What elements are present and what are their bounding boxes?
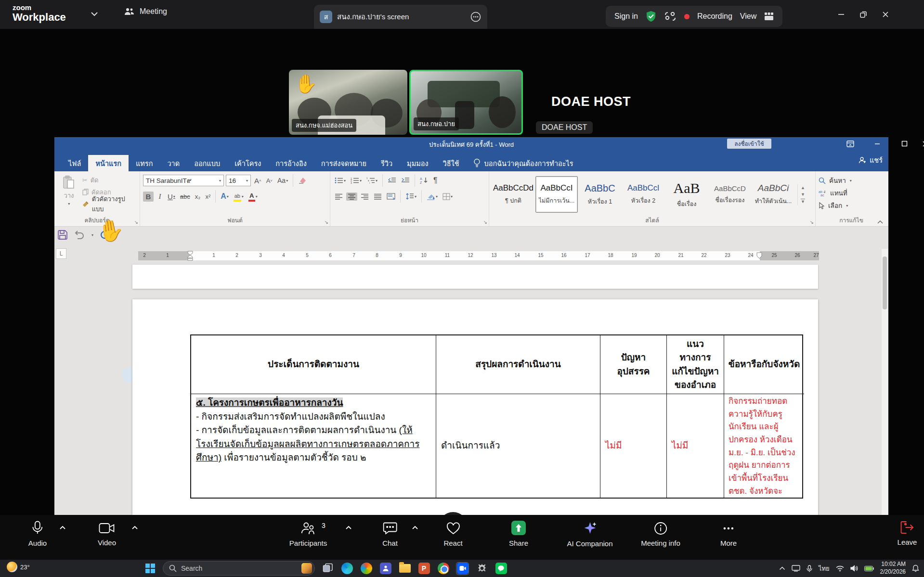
- sign-in-link[interactable]: Sign in: [614, 12, 638, 21]
- word-sign-in-button[interactable]: ลงชื่อเข้าใช้: [727, 139, 771, 149]
- leave-button[interactable]: Leave: [898, 521, 917, 546]
- ai-companion-status-icon[interactable]: [664, 11, 677, 22]
- style-subtle-emphasis[interactable]: AaBbCi ทำให้ตัวเน้น...: [752, 176, 794, 213]
- tell-me-box[interactable]: บอกฉันว่าคุณต้องการทำอะไร: [473, 155, 573, 171]
- align-right-button[interactable]: [359, 192, 370, 201]
- window-minimize-button[interactable]: [830, 3, 852, 26]
- document-page[interactable]: ประเด็นการติดตามงาน สรุปผลการดำเนินงาน ป…: [132, 299, 818, 515]
- sort-button[interactable]: AZ: [418, 176, 430, 185]
- powerpoint-icon[interactable]: P: [417, 562, 430, 575]
- undo-chevron-icon[interactable]: ▾: [91, 233, 93, 237]
- justify-button[interactable]: [372, 192, 383, 201]
- line-spacing-button[interactable]: ▾: [404, 192, 418, 201]
- italic-button[interactable]: I: [156, 192, 164, 202]
- grow-font-button[interactable]: A˄: [253, 176, 263, 186]
- tab-layout[interactable]: เค้าโครง: [227, 155, 268, 171]
- word-titlebar[interactable]: ประเด็นนิเทศ 69 ครั้งที่1 - Word ลงชื่อเ…: [54, 137, 888, 150]
- horizontal-ruler[interactable]: 2112345678910111213141516171819202122232…: [138, 251, 819, 260]
- clipboard-dialog-launcher-icon[interactable]: ↘: [134, 219, 138, 225]
- line-app-icon[interactable]: [495, 562, 508, 575]
- notification-bell-icon[interactable]: [912, 564, 919, 572]
- ai-companion-button[interactable]: AI Companion: [567, 521, 612, 548]
- format-painter-button[interactable]: ตัวคัดวางรูปแบบ: [82, 198, 137, 210]
- view-grid-icon[interactable]: [764, 12, 774, 21]
- save-icon[interactable]: [57, 230, 68, 240]
- search-highlight-thumbnail[interactable]: [301, 563, 312, 574]
- bold-button[interactable]: B: [143, 192, 154, 202]
- styles-scroll-down-icon[interactable]: ▼: [801, 192, 805, 197]
- cut-button[interactable]: ✂ ตัด: [82, 174, 137, 186]
- language-indicator[interactable]: ไทย: [819, 564, 830, 574]
- tab-file[interactable]: ไฟล์: [61, 155, 88, 171]
- audio-button[interactable]: Audio: [28, 521, 47, 547]
- bullets-button[interactable]: ▾: [333, 176, 347, 185]
- tab-home[interactable]: หน้าแรก: [88, 155, 129, 171]
- replace-button[interactable]: abac แทนที่: [819, 187, 884, 199]
- select-button[interactable]: เลือก▾: [819, 199, 884, 212]
- style-no-spacing[interactable]: AaBbCcI ไม่มีการเว้น...: [535, 176, 578, 213]
- superscript-button[interactable]: x²: [204, 192, 212, 201]
- font-dialog-launcher-icon[interactable]: ↘: [325, 219, 328, 225]
- tab-references[interactable]: การอ้างอิง: [268, 155, 313, 171]
- underline-button[interactable]: U▾: [166, 192, 177, 202]
- chat-button[interactable]: Chat: [382, 521, 398, 547]
- highlight-color-button[interactable]: ab ▾: [232, 190, 245, 203]
- style-title[interactable]: AaB ชื่อเรื่อง: [665, 176, 708, 213]
- numbering-button[interactable]: 123▾: [349, 176, 363, 185]
- cast-display-icon[interactable]: [792, 565, 800, 572]
- tab-mailings[interactable]: การส่งจดหมาย: [314, 155, 374, 171]
- style-heading2[interactable]: AaBbCcl หัวเรื่อง 2: [622, 176, 664, 213]
- paragraph-dialog-launcher-icon[interactable]: ↘: [483, 219, 487, 225]
- tab-help[interactable]: วิธีใช้: [436, 155, 467, 171]
- task-view-icon[interactable]: [321, 562, 334, 575]
- vertical-scrollbar[interactable]: [882, 249, 888, 515]
- shading-button[interactable]: ▾: [425, 192, 439, 201]
- participants-options-chevron-icon[interactable]: [345, 526, 352, 530]
- show-marks-button[interactable]: ¶: [432, 175, 439, 186]
- font-name-combobox[interactable]: TH SarabunIT๙▾: [143, 175, 224, 186]
- style-subtitle[interactable]: AaBbCcD ชื่อเรื่องรอง: [709, 176, 751, 213]
- zoom-app-icon[interactable]: [456, 562, 469, 575]
- video-button[interactable]: Video: [98, 521, 116, 547]
- tab-more-options-icon[interactable]: [470, 11, 482, 23]
- word-minimize-button[interactable]: [866, 137, 888, 150]
- meeting-info-button[interactable]: Meeting info: [641, 521, 680, 547]
- text-effects-button[interactable]: A▾: [219, 191, 230, 202]
- find-button[interactable]: ค้นหา▾: [819, 174, 884, 187]
- distribute-button[interactable]: [385, 192, 397, 201]
- weather-widget[interactable]: 23°: [7, 562, 30, 572]
- tab-meeting[interactable]: Meeting: [124, 7, 167, 16]
- security-shield-icon[interactable]: [646, 11, 656, 22]
- increase-indent-button[interactable]: [400, 176, 411, 185]
- decrease-indent-button[interactable]: [386, 176, 398, 185]
- tab-design[interactable]: ออกแบบ: [187, 155, 227, 171]
- word-share-button[interactable]: แชร์: [858, 154, 883, 166]
- styles-scroll-up-icon[interactable]: ▲: [801, 185, 805, 190]
- window-restore-button[interactable]: [852, 3, 874, 26]
- indent-markers-icon[interactable]: [187, 251, 194, 261]
- more-button[interactable]: More: [720, 521, 737, 547]
- styles-more-icon[interactable]: ▼: [801, 199, 805, 204]
- style-normal[interactable]: AaBbCcDd ¶ ปกติ: [492, 176, 534, 213]
- tray-chevron-up-icon[interactable]: [779, 566, 785, 570]
- audio-options-chevron-icon[interactable]: [59, 526, 66, 530]
- align-center-button[interactable]: [346, 192, 357, 201]
- volume-icon[interactable]: [850, 565, 858, 572]
- start-button[interactable]: [143, 562, 156, 575]
- align-left-button[interactable]: [333, 192, 344, 201]
- scrollbar-thumb[interactable]: [883, 256, 887, 309]
- font-color-button[interactable]: A ▾: [247, 190, 259, 203]
- multilevel-list-button[interactable]: 1ai▾: [365, 176, 379, 185]
- edge-icon[interactable]: [340, 562, 353, 575]
- mic-tray-icon[interactable]: [807, 565, 812, 572]
- tab-shared-screen[interactable]: ส สนง.กษอ.ปาย's screen: [314, 5, 487, 29]
- share-screen-button[interactable]: Share: [509, 521, 528, 547]
- tab-draw[interactable]: วาด: [160, 155, 187, 171]
- font-size-combobox[interactable]: 16▾: [226, 175, 251, 186]
- copilot-icon[interactable]: [360, 562, 373, 575]
- video-options-chevron-icon[interactable]: [131, 526, 138, 530]
- window-close-button[interactable]: [874, 3, 897, 26]
- wifi-icon[interactable]: [836, 565, 844, 572]
- ribbon-display-options-icon[interactable]: [839, 137, 861, 150]
- battery-icon[interactable]: [864, 566, 874, 571]
